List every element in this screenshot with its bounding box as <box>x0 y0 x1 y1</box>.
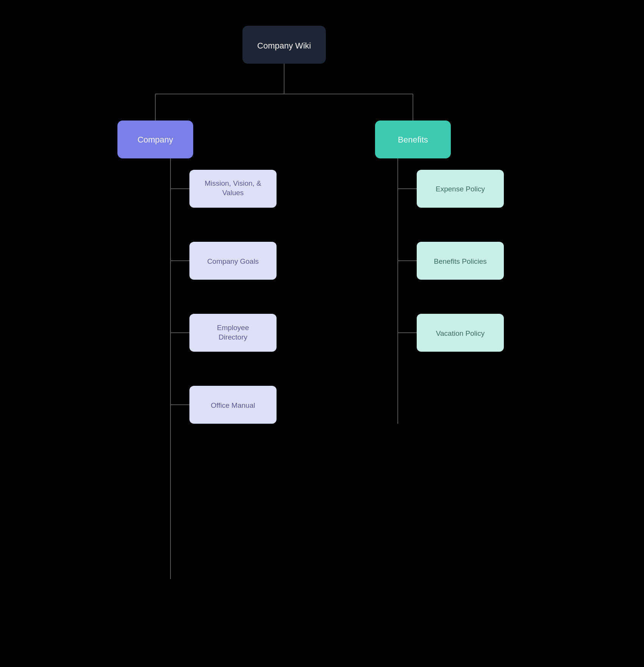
company-goals-label[interactable]: Company Goals <box>207 257 259 265</box>
svg-text:Values: Values <box>222 189 244 197</box>
office-manual-label[interactable]: Office Manual <box>211 401 255 409</box>
benefits-label[interactable]: Benefits <box>398 135 428 144</box>
benefits-policies-label[interactable]: Benefits Policies <box>434 257 486 265</box>
diagram-container: Company Wiki Company Benefits Mission, V… <box>95 11 549 656</box>
employee-directory-node-bg <box>189 314 277 352</box>
root-label: Company Wiki <box>257 41 311 50</box>
expense-policy-label[interactable]: Expense Policy <box>436 185 485 193</box>
vacation-policy-label[interactable]: Vacation Policy <box>436 329 485 337</box>
company-label[interactable]: Company <box>138 135 173 144</box>
mission-label[interactable]: Mission, Vision, & <box>205 179 261 187</box>
employee-directory-label[interactable]: Employee <box>217 324 249 332</box>
svg-text:Directory: Directory <box>219 333 248 341</box>
